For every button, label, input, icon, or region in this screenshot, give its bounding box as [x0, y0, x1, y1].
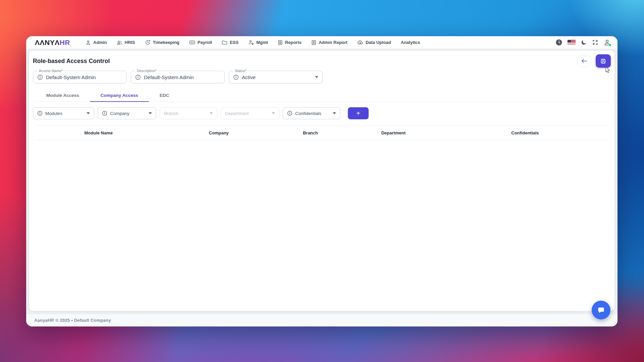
- form-row: Access Name* Default-System Admin Descri…: [33, 71, 611, 83]
- window-body: Role-based Access Control: [26, 49, 618, 326]
- clock-plus-icon: [145, 40, 151, 45]
- content-card: Role-based Access Control: [29, 51, 614, 311]
- title-actions: [578, 54, 611, 68]
- nav-item-ess[interactable]: ESS: [222, 40, 238, 45]
- tab-company-access[interactable]: Company Access: [90, 89, 149, 102]
- nav-item-admin[interactable]: Admin: [86, 40, 107, 45]
- chat-widget-button[interactable]: [592, 301, 610, 319]
- back-button[interactable]: [578, 55, 591, 67]
- chevron-down-icon: [149, 112, 152, 114]
- page-title: Role-based Access Control: [33, 58, 110, 65]
- top-navbar: ΛΛNYΛHR Admin HRIS Timekeeping: [26, 36, 618, 49]
- logo-text-primary: ΛΛNYΛ: [35, 39, 60, 47]
- logo-text-accent: HR: [60, 39, 70, 47]
- people-icon: [117, 40, 122, 45]
- tab-module-access[interactable]: Module Access: [36, 89, 90, 102]
- title-row: Role-based Access Control: [33, 54, 611, 68]
- nav-item-data-upload[interactable]: Data Upload: [357, 40, 391, 45]
- confidentials-select[interactable]: Confidentials: [283, 107, 340, 119]
- nav-menu: Admin HRIS Timekeeping Payroll: [86, 40, 420, 45]
- nav-item-timekeeping[interactable]: Timekeeping: [145, 40, 179, 45]
- app-window: ΛΛNYΛHR Admin HRIS Timekeeping: [26, 36, 618, 326]
- access-table: Module Name Company Branch Department Co…: [36, 125, 608, 147]
- document-icon: [311, 40, 316, 45]
- nav-item-reports[interactable]: Reports: [278, 40, 302, 45]
- chevron-down-icon: [272, 112, 275, 114]
- add-row-button[interactable]: +: [348, 107, 369, 119]
- column-header-company: Company: [162, 130, 276, 135]
- info-icon: [287, 111, 292, 116]
- chevron-down-icon: [333, 112, 336, 114]
- description-label: Description*: [135, 69, 158, 73]
- chevron-down-icon: [87, 112, 90, 114]
- language-flag-icon[interactable]: [568, 40, 576, 45]
- description-field[interactable]: Description* Default-System Admin: [131, 71, 225, 83]
- folder-icon: [222, 40, 227, 45]
- branch-select: Branch: [160, 107, 217, 119]
- department-select: Department: [221, 107, 279, 119]
- tab-bar: Module Access Company Access EDC: [36, 89, 611, 102]
- info-icon: [102, 111, 107, 116]
- online-status-dot: [608, 44, 611, 47]
- banknote-icon: [189, 40, 195, 45]
- nav-item-payroll[interactable]: Payroll: [189, 40, 212, 45]
- info-icon: [37, 111, 43, 116]
- save-button[interactable]: [596, 54, 611, 68]
- person-gear-icon: [248, 40, 254, 45]
- info-icon: [233, 74, 239, 80]
- info-icon: [135, 74, 141, 80]
- tab-edc[interactable]: EDC: [149, 89, 180, 102]
- window-footer: AanyaHR © 2025 • Default Company: [26, 314, 618, 326]
- table-header-row: Module Name Company Branch Department Co…: [36, 125, 608, 140]
- column-header-confidentials: Confidentials: [442, 130, 608, 135]
- nav-item-admin-report[interactable]: Admin Report: [311, 40, 347, 45]
- document-icon: [278, 40, 283, 45]
- arrow-left-icon: [581, 59, 587, 63]
- description-value: Default-System Admin: [144, 74, 194, 80]
- modules-select[interactable]: Modules: [33, 107, 94, 119]
- nav-item-mgmt[interactable]: Mgmt: [248, 40, 268, 45]
- app-logo[interactable]: ΛΛNYΛHR: [35, 39, 70, 47]
- filter-row: Modules Company Branch Department: [33, 107, 611, 119]
- dark-mode-moon-icon[interactable]: [581, 39, 587, 46]
- nav-utilities: [555, 39, 611, 46]
- chat-bubble-icon: [597, 306, 605, 314]
- access-name-value: Default-System Admin: [46, 74, 96, 80]
- table-empty-body: [36, 140, 608, 147]
- company-select[interactable]: Company: [98, 107, 156, 119]
- person-icon: [86, 40, 91, 45]
- status-label: Status*: [233, 69, 248, 73]
- chevron-down-icon: [315, 76, 318, 78]
- footer-copyright: AanyaHR © 2025 • Default Company: [34, 318, 111, 323]
- user-avatar-icon[interactable]: [603, 39, 611, 46]
- fullscreen-icon[interactable]: [592, 39, 598, 46]
- clock-icon[interactable]: [555, 39, 562, 46]
- cloud-upload-icon: [357, 40, 363, 45]
- access-name-field[interactable]: Access Name* Default-System Admin: [33, 71, 127, 83]
- column-header-department: Department: [345, 130, 442, 135]
- info-icon: [37, 74, 43, 80]
- nav-item-analytics[interactable]: Analytics: [401, 40, 420, 45]
- save-floppy-icon: [600, 58, 606, 64]
- status-value: Active: [242, 74, 256, 80]
- status-select[interactable]: Status* Active: [229, 71, 323, 83]
- column-header-branch: Branch: [276, 130, 345, 135]
- chevron-down-icon: [210, 112, 213, 114]
- nav-item-hris[interactable]: HRIS: [117, 40, 135, 45]
- column-header-module-name: Module Name: [36, 130, 162, 135]
- access-name-label: Access Name*: [37, 69, 64, 73]
